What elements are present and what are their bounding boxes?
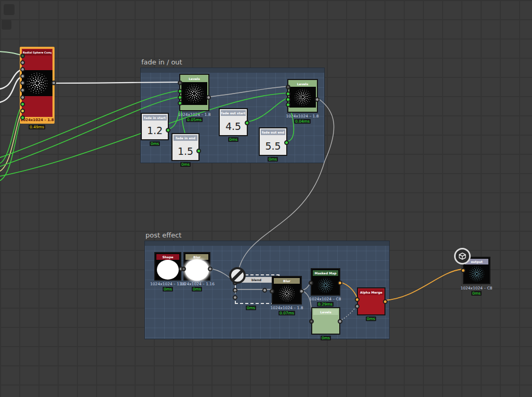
input-connector[interactable] [20,115,25,120]
input-connector[interactable] [355,304,360,309]
node-fade-out-start[interactable]: fade out start 4.5 [219,108,248,136]
input-connector[interactable] [20,81,25,85]
node-alpha-merge[interactable]: Alpha Merge [357,287,385,315]
input-connector[interactable] [178,81,182,85]
output-connector[interactable] [208,267,212,271]
input-connector[interactable] [286,97,290,102]
node-viewer[interactable] [22,70,52,96]
node-title: fade in start [143,115,167,121]
node-title: Alpha Merge [359,289,383,295]
output-connector[interactable] [196,149,201,153]
node-title: Radial Sphere Composite [23,50,51,56]
output-connector[interactable] [51,81,56,85]
node-feedback-body[interactable]: Radial Sphere Composite [22,49,52,117]
node-title: fade out end [261,129,285,135]
input-connector[interactable] [286,91,290,96]
shape-circle-preview [157,260,179,280]
input-connector[interactable] [286,85,290,89]
render-flag-badge[interactable] [454,248,471,264]
node-title: Blur [274,278,300,284]
network-editor-canvas[interactable]: fade in / out post effect Radial [0,0,532,397]
node-title: Masked Map [313,270,338,276]
input-connector[interactable] [20,74,25,78]
output-connector[interactable] [338,281,342,285]
cube-icon [458,252,467,260]
node-res-label: 1024x1024 – 1.8 [20,118,55,123]
node-title: Levels [289,81,316,87]
input-connector[interactable] [20,102,25,107]
input-connector[interactable] [461,268,466,273]
output-connector[interactable] [284,140,289,145]
node-shape[interactable]: Shape [154,252,181,281]
node-viewer[interactable] [289,87,316,108]
wire-fadeoutstart-to-levels2[interactable] [248,98,289,122]
node-title: Shape [156,254,179,260]
input-connector[interactable] [20,60,25,65]
bypass-icon[interactable] [229,267,246,284]
input-connector[interactable] [270,289,274,294]
blur-circle-preview [185,259,209,281]
wire-levels1-to-levels2[interactable] [210,86,289,97]
node-feedback-selected[interactable]: Radial Sphere Composite 1024x1024 – 1.8 [20,47,55,124]
input-connector[interactable] [181,267,186,271]
input-connector[interactable] [309,319,314,324]
node-levels3[interactable]: Levels [311,307,340,335]
input-connector[interactable] [355,297,360,302]
node-levels1[interactable]: Levels [179,74,209,111]
output-connector[interactable] [299,289,304,294]
output-connector[interactable] [166,128,170,133]
output-connector[interactable] [315,97,320,102]
passthrough-connector[interactable] [262,288,267,293]
node-viewer[interactable] [181,82,207,105]
input-connector[interactable] [286,102,290,107]
output-connector[interactable] [245,121,249,125]
node-blur2[interactable]: Blur [272,276,302,305]
node-masked-map[interactable]: Masked Map [311,268,340,296]
input-connector[interactable] [20,88,25,92]
output-connector[interactable] [206,95,211,100]
node-fade-in-end[interactable]: fade in end 1.5 [171,133,200,161]
input-connector[interactable] [20,67,25,72]
constant-value[interactable]: 1.2 [142,125,168,136]
node-title: fade out start [221,110,246,116]
wire-alphamerge-to-output[interactable] [384,269,462,300]
node-fade-in-start[interactable]: fade in start 1.2 [141,113,169,140]
input-connector[interactable] [233,288,237,293]
node-blur1[interactable]: Blur [183,252,210,281]
node-viewer[interactable] [313,276,338,295]
output-connector[interactable] [338,319,342,324]
node-viewer[interactable] [274,284,300,303]
constant-value[interactable]: 1.5 [172,145,198,157]
node-levels2[interactable]: Levels [287,79,318,113]
input-connector[interactable] [178,89,182,94]
constant-value[interactable]: 5.5 [260,140,286,152]
wire-maskedmap-to-alphamerge[interactable] [340,282,357,298]
input-connector[interactable] [20,95,25,100]
node-title: Levels [181,76,207,82]
input-connector[interactable] [233,295,237,300]
node-fade-out-end[interactable]: fade out end 5.5 [259,127,287,156]
constant-value[interactable]: 4.5 [220,121,247,132]
node-title: fade in end [174,135,197,141]
input-connector[interactable] [178,95,182,100]
wire-levels2-to-bypassed[interactable] [237,99,334,281]
node-title: Levels [313,309,338,315]
input-connector[interactable] [309,281,313,285]
output-connector[interactable] [383,299,388,304]
wire-levels3-to-alphamerge-dotted[interactable] [339,306,357,321]
input-connector[interactable] [178,101,182,105]
wire-layer [0,0,532,397]
node-viewer[interactable] [465,264,488,283]
input-connector[interactable] [20,109,25,113]
input-connector[interactable] [20,54,25,58]
wire-feedback-to-levels1[interactable] [55,82,181,83]
